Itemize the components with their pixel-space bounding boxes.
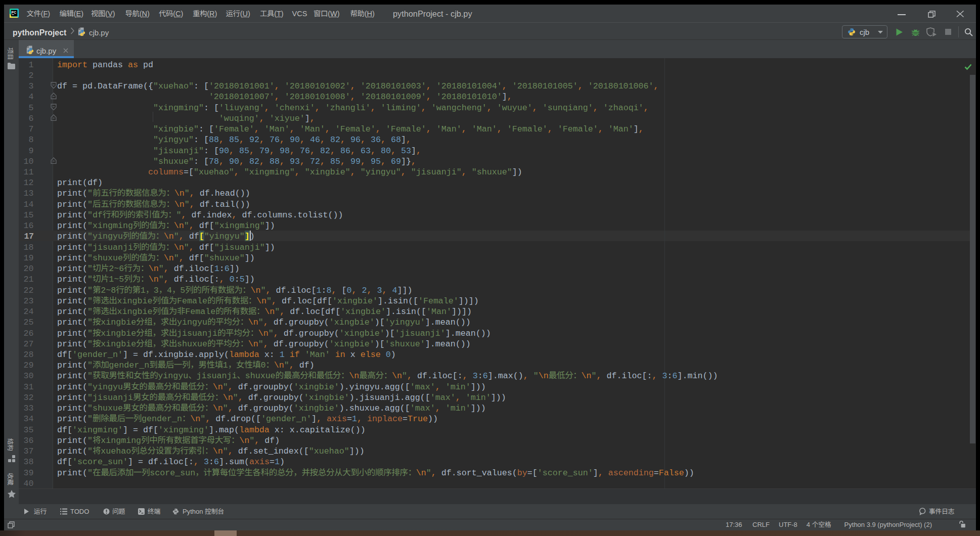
svg-text:PC: PC — [12, 11, 17, 14]
